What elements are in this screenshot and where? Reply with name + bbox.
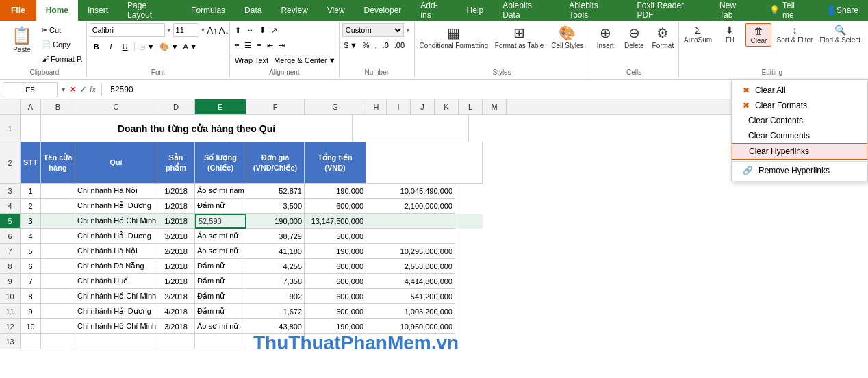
cell-D5[interactable]: 1/2018 xyxy=(157,214,195,229)
underline-button[interactable]: U xyxy=(118,40,132,53)
decrease-font-button[interactable]: A↓ xyxy=(219,25,229,36)
row-num-13[interactable]: 13 xyxy=(0,334,21,349)
col-header-C[interactable]: C xyxy=(75,99,157,114)
autosum-button[interactable]: Σ AutoSum xyxy=(682,23,715,45)
col-header-B[interactable]: B xyxy=(41,99,75,114)
dollar-button[interactable]: $ ▼ xyxy=(342,38,359,52)
find-select-button[interactable]: 🔍 Find & Select xyxy=(817,23,863,45)
cell-A12[interactable]: 10 xyxy=(21,319,41,334)
cell-B11[interactable] xyxy=(41,304,75,319)
cell-H4[interactable]: 2,100,000,000 xyxy=(366,199,455,214)
tab-page-layout[interactable]: Page Layout xyxy=(118,0,181,21)
cell-B6[interactable] xyxy=(41,229,75,244)
cell-G9[interactable]: 600,000 xyxy=(305,274,366,289)
name-box-dropdown[interactable]: ▼ xyxy=(60,86,66,93)
cell-G4[interactable]: 600,000 xyxy=(305,199,366,214)
tab-view[interactable]: View xyxy=(318,0,355,21)
clear-hyperlinks-item[interactable]: Clear Hyperlinks xyxy=(732,143,867,160)
italic-button[interactable]: I xyxy=(104,40,118,53)
cell-H8[interactable]: 2,553,000,000 xyxy=(366,259,455,274)
align-right-button[interactable]: ≡ xyxy=(255,38,263,52)
cell-E8[interactable]: Đầm nữ xyxy=(195,259,246,274)
row-num-12[interactable]: 12 xyxy=(0,319,21,334)
cell-G10[interactable]: 600,000 xyxy=(305,289,366,304)
cell-A6[interactable]: 4 xyxy=(21,229,41,244)
font-size-dropdown[interactable]: ▼ xyxy=(201,27,206,34)
cell-C13[interactable] xyxy=(75,334,157,349)
clear-contents-item[interactable]: Clear Contents xyxy=(732,113,867,128)
copy-button[interactable]: 📄 Copy xyxy=(40,38,85,51)
cell-F13[interactable] xyxy=(246,334,305,349)
merge-center-button[interactable]: Merge & Center ▼ xyxy=(272,53,338,67)
cell-B12[interactable] xyxy=(41,319,75,334)
increase-decimal-button[interactable]: .00 xyxy=(392,38,407,52)
tab-add-ins[interactable]: Add-ins xyxy=(411,0,457,21)
cell-G5[interactable]: 13,147,500,000 xyxy=(305,214,366,229)
cell-D8[interactable]: 1/2018 xyxy=(157,259,195,274)
cell-D7[interactable]: 2/2018 xyxy=(157,244,195,259)
cell-C7[interactable]: Chi nhánh Hà Nội xyxy=(75,244,157,259)
cell-H9[interactable]: 4,414,800,000 xyxy=(366,274,455,289)
cell-F4[interactable]: 3,500 xyxy=(246,199,305,214)
cell-C6[interactable]: Chi nhánh Hải Dương xyxy=(75,229,157,244)
tab-formulas[interactable]: Formulas xyxy=(181,0,235,21)
cell-G12[interactable]: 190,000 xyxy=(305,319,366,334)
cell-B4[interactable] xyxy=(41,199,75,214)
row-num-2[interactable]: 2 xyxy=(0,142,21,184)
format-as-table-button[interactable]: ⊞ Format as Table xyxy=(493,23,546,51)
align-center-button[interactable]: ☰ xyxy=(242,38,253,52)
row-num-11[interactable]: 11 xyxy=(0,304,21,319)
cell-G11[interactable]: 600,000 xyxy=(305,304,366,319)
tab-developer[interactable]: Developer xyxy=(355,0,411,21)
align-left-button[interactable]: ≡ xyxy=(233,38,241,52)
cell-B1[interactable]: Doanh thu từng cửa hàng theo Quí xyxy=(41,115,353,142)
tab-file[interactable]: File xyxy=(0,0,36,21)
align-middle-button[interactable]: ↔ xyxy=(244,23,256,37)
cell-D10[interactable]: 2/2018 xyxy=(157,289,195,304)
row-num-8[interactable]: 8 xyxy=(0,259,21,274)
font-name-dropdown[interactable]: ▼ xyxy=(166,27,172,34)
percent-button[interactable]: % xyxy=(361,38,372,52)
cell-G13[interactable] xyxy=(305,334,366,349)
decrease-decimal-button[interactable]: .0 xyxy=(381,38,391,52)
cell-H3[interactable]: 10,045,490,000 xyxy=(366,184,455,199)
cell-G7[interactable]: 190,000 xyxy=(305,244,366,259)
clear-formats-item[interactable]: ✖ Clear Formats xyxy=(732,98,867,113)
cell-D11[interactable]: 4/2018 xyxy=(157,304,195,319)
cell-E10[interactable]: Đầm nữ xyxy=(195,289,246,304)
cell-G3[interactable]: 190,000 xyxy=(305,184,366,199)
cell-H7[interactable]: 10,295,000,000 xyxy=(366,244,455,259)
remove-hyperlinks-item[interactable]: 🔗 Remove Hyperlinks xyxy=(732,163,867,178)
cell-A2[interactable]: STT xyxy=(21,142,41,184)
cell-H12[interactable]: 10,950,000,000 xyxy=(366,319,455,334)
orientation-button[interactable]: ↗ xyxy=(269,23,279,37)
cell-H11[interactable]: 1,003,200,000 xyxy=(366,304,455,319)
col-header-E[interactable]: E xyxy=(195,99,246,114)
cell-D13[interactable] xyxy=(157,334,195,349)
cell-D6[interactable]: 3/2018 xyxy=(157,229,195,244)
cell-A7[interactable]: 5 xyxy=(21,244,41,259)
font-size-input[interactable] xyxy=(173,23,199,37)
col-header-D[interactable]: D xyxy=(157,99,195,114)
cell-C11[interactable]: Chi nhánh Hải Dương xyxy=(75,304,157,319)
tab-data[interactable]: Data xyxy=(235,0,271,21)
cell-E5[interactable]: 52,590 xyxy=(195,214,246,229)
col-header-G[interactable]: G xyxy=(305,99,366,114)
confirm-formula-button[interactable]: ✓ xyxy=(79,84,87,94)
cell-F9[interactable]: 7,358 xyxy=(246,274,305,289)
cell-D4[interactable]: 1/2018 xyxy=(157,199,195,214)
font-color-button[interactable]: A ▼ xyxy=(181,40,200,53)
align-bottom-button[interactable]: ⬇ xyxy=(257,23,268,37)
cell-A5[interactable]: 3 xyxy=(21,214,41,229)
tab-share[interactable]: 👤 Share xyxy=(817,0,868,21)
name-box[interactable] xyxy=(3,82,58,97)
bold-button[interactable]: B xyxy=(90,40,103,53)
cell-B3[interactable] xyxy=(41,184,75,199)
tab-foxit[interactable]: Foxit Reader PDF xyxy=(627,0,710,21)
cell-G2[interactable]: Tổng tiền (VNĐ) xyxy=(305,142,366,184)
fill-color-button[interactable]: 🎨 ▼ xyxy=(157,40,181,53)
cell-A4[interactable]: 2 xyxy=(21,199,41,214)
comma-button[interactable]: , xyxy=(373,38,379,52)
wrap-text-button[interactable]: Wrap Text xyxy=(233,53,270,67)
cell-A8[interactable]: 6 xyxy=(21,259,41,274)
